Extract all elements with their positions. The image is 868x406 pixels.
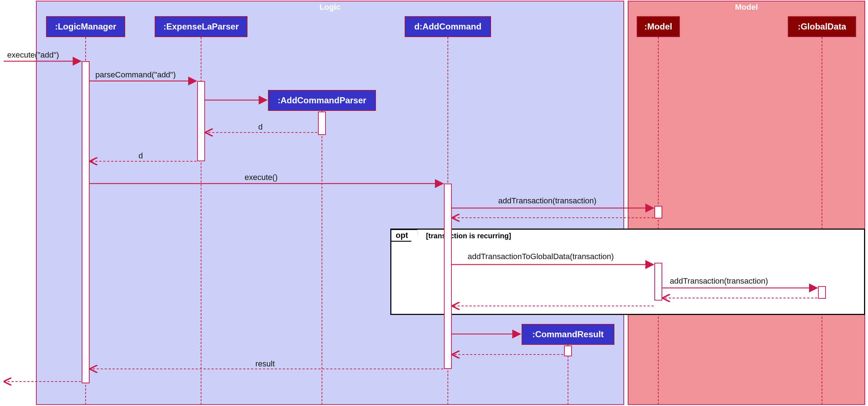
- message-label: d: [258, 122, 263, 132]
- model-frame: Model: [628, 1, 865, 405]
- lifeline-label: :AddCommandParser: [278, 95, 367, 105]
- lifeline-global-data: :GlobalData: [788, 16, 856, 37]
- lifeline-line: [822, 37, 822, 405]
- lifeline-label: d:AddCommand: [414, 22, 482, 32]
- activation-bar: [197, 81, 205, 161]
- message-label: parseCommand("add"): [95, 70, 176, 80]
- lifeline-add-command-parser: :AddCommandParser: [268, 90, 376, 111]
- lifeline-label: :GlobalData: [798, 22, 846, 32]
- message-label: result: [255, 359, 275, 369]
- activation-bar: [654, 206, 662, 218]
- opt-label: opt: [390, 229, 417, 242]
- message-label: addTransactionToGlobalData(transaction): [468, 252, 614, 261]
- activation-bar: [444, 184, 452, 369]
- model-frame-title: Model: [735, 3, 758, 12]
- lifeline-command-result: :CommandResult: [522, 324, 614, 345]
- opt-fragment: opt [transaction is recurring]: [390, 229, 865, 315]
- message-label: execute(): [245, 173, 278, 182]
- lifeline-logic-manager: :LogicManager: [46, 16, 125, 37]
- lifeline-add-command: d:AddCommand: [405, 16, 491, 37]
- message-label: addTransaction(transaction): [670, 276, 768, 286]
- lifeline-model: :Model: [637, 16, 680, 37]
- lifeline-expense-la-parser: :ExpenseLaParser: [155, 16, 247, 37]
- lifeline-line: [322, 111, 322, 405]
- lifeline-line: [658, 37, 659, 405]
- lifeline-label: :CommandResult: [532, 329, 604, 339]
- message-label: addTransaction(transaction): [498, 196, 596, 206]
- logic-frame-title: Logic: [319, 3, 341, 12]
- activation-bar: [318, 112, 326, 135]
- lifeline-label: :ExpenseLaParser: [163, 22, 238, 32]
- activation-bar: [82, 61, 90, 383]
- activation-bar: [818, 286, 826, 299]
- opt-guard: [transaction is recurring]: [426, 232, 511, 240]
- message-label: d: [138, 151, 143, 161]
- lifeline-label: :LogicManager: [55, 22, 117, 32]
- activation-bar: [654, 263, 662, 301]
- activation-bar: [564, 346, 572, 356]
- message-label: execute("add"): [7, 50, 59, 60]
- lifeline-label: :Model: [644, 22, 672, 32]
